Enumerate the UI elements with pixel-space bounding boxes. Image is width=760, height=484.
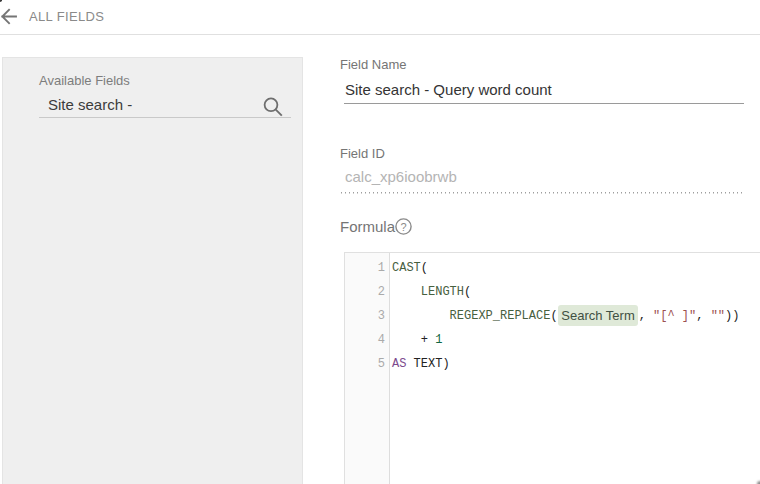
svg-text:?: ? <box>400 221 406 233</box>
